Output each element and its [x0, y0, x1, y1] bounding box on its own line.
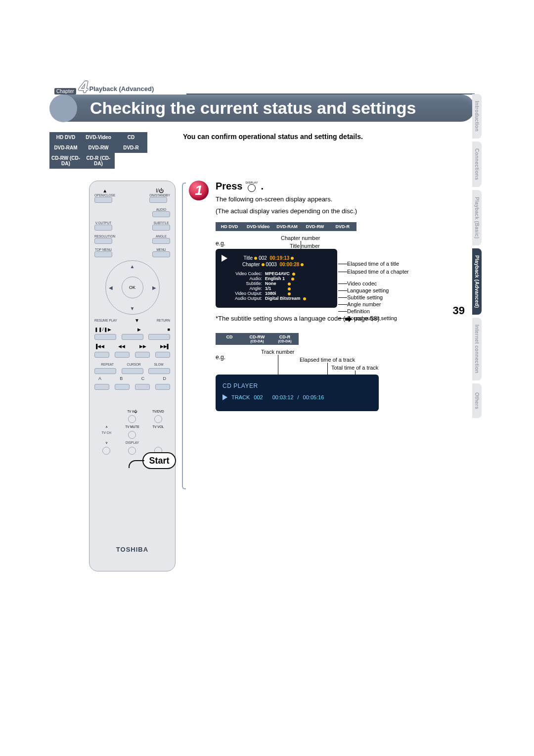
annot-video-codec: Video codec	[347, 281, 377, 286]
osd-chapter-time: 00:00:28	[279, 262, 299, 267]
side-tab-playback-basic[interactable]: Playback (Basic)	[472, 190, 482, 245]
osd-cd-track-word: TRACK	[231, 394, 250, 400]
menu-button	[152, 251, 170, 257]
tvch-down-icon: ∨	[94, 441, 118, 445]
osd-key: Audio Output:	[222, 296, 265, 301]
annot-title-number: Title number	[290, 243, 320, 249]
annot-language: Language setting	[347, 287, 389, 293]
letter-a: A	[98, 376, 101, 381]
footnote-prefix: *The subtitle setting shows a language c…	[216, 315, 345, 322]
chapter-number: 4	[79, 79, 89, 94]
voutput-button	[94, 225, 112, 231]
side-tab-playback-advanced[interactable]: Playback (Advanced)	[472, 248, 482, 315]
fmt-main: CD	[226, 334, 233, 339]
osd-key: Subtitle:	[222, 281, 265, 286]
fmt-cell: DVD-R	[329, 222, 356, 231]
osd-cd-sep: /	[298, 394, 299, 400]
annot-subtitle: Subtitle setting	[347, 294, 383, 300]
side-tab-internet[interactable]: Internet connection	[472, 318, 482, 380]
fmt-cell: DVD-RAM	[273, 222, 301, 231]
play-icon: ▶	[137, 327, 141, 332]
dot-icon	[292, 273, 295, 276]
disc-cell: DVD-Video	[82, 132, 115, 142]
subtitle-button	[152, 225, 170, 231]
disc-cell: HD DVD	[49, 132, 82, 142]
side-tab-connections[interactable]: Connections	[472, 142, 482, 187]
disc-cell: CD-R (CD-DA)	[82, 153, 115, 169]
skip-back-button	[94, 352, 109, 358]
slow-label: SLOW	[154, 363, 163, 366]
display-icon-label: DISPLAY	[246, 181, 258, 184]
tvvol-label: TV VOL	[146, 425, 170, 429]
menu-label: MENU	[152, 248, 170, 251]
annot-track-elapsed: Elapsed time of a track	[300, 357, 355, 363]
tvch-label: TV CH	[94, 431, 118, 439]
pause-button	[94, 334, 116, 340]
play-icon	[222, 394, 227, 400]
tvch-up-icon: ∧	[94, 425, 118, 429]
osd-dvd: Title002 00:19:13 Chapter0003 00:00:28 V…	[216, 249, 337, 308]
fmt-cell: CD	[216, 333, 243, 345]
pause-step-icon: ❚❚/❚▶	[94, 327, 111, 332]
osd-val: None	[265, 281, 276, 286]
start-callout: Start	[142, 452, 176, 469]
osd-chapter-label: Chapter	[242, 262, 260, 267]
slow-button	[148, 368, 170, 374]
skip-back-icon: ▐◀◀	[94, 344, 104, 349]
dot-icon	[301, 263, 304, 266]
dpad: ▲ ▼ ◀ ▶ OK	[105, 260, 160, 315]
header-rule	[186, 94, 475, 94]
dpad-right-icon: ▶	[152, 285, 156, 290]
dot-icon	[288, 287, 291, 290]
disc-cell-empty	[115, 153, 147, 169]
dot-icon	[291, 278, 294, 281]
letter-b: B	[120, 376, 123, 381]
side-tab-others[interactable]: Others	[472, 383, 482, 418]
step-1: 1 Press DISPLAY . The following on-scree…	[189, 181, 466, 411]
instruction-column: 1 Press DISPLAY . The following on-scree…	[189, 181, 466, 411]
dot-icon	[303, 297, 306, 300]
cursor-label: CURSOR	[127, 363, 141, 366]
osd-cd-total: 00:05:16	[303, 394, 324, 400]
osd-cd-elapsed: 00:03:12	[272, 394, 294, 400]
annot-track-total: Total time of a track	[331, 365, 378, 371]
on-standby-label: ON/STANDBY	[149, 193, 170, 197]
tvmute-button	[128, 431, 136, 439]
osd-val: 1080i	[265, 291, 276, 296]
b-button	[115, 384, 130, 390]
osd-title-label: Title	[244, 255, 253, 261]
fmt-sub: (CD-DA)	[274, 339, 295, 343]
dpad-down-icon: ▼	[130, 306, 135, 311]
fmt-cell: HD DVD	[216, 222, 243, 231]
tvmute-label: TV MUTE	[120, 425, 144, 429]
osd-val: MPEG4AVC	[265, 271, 290, 276]
tvpwr-label: TV I/⏻	[120, 410, 144, 413]
annot-sound-output: Sound output setting	[347, 315, 397, 321]
page-title: Checking the current status and settings	[63, 94, 475, 122]
annot-angle: Angle number	[347, 301, 381, 307]
skip-fwd-icon: ▶▶▌	[160, 344, 170, 349]
dot-icon	[262, 263, 265, 266]
title-ornament	[49, 94, 77, 122]
disc-cell: DVD-R	[115, 142, 147, 153]
side-tab-introduction[interactable]: Introduction	[472, 94, 482, 139]
stop-button	[148, 334, 170, 340]
step-desc-2: (The actual display varies depending on …	[216, 207, 466, 216]
dot-icon	[288, 283, 291, 285]
audio-label: AUDIO	[152, 208, 170, 211]
osd-key: Video Output:	[222, 291, 265, 296]
osd-key: Angle:	[222, 286, 265, 291]
manual-page: Chapter 4 Playback (Advanced) Checking t…	[49, 79, 475, 169]
display-button-icon: DISPLAY	[246, 181, 258, 192]
osd-cd: CD PLAYER TRACK 002 00:03:12 / 00:05:16	[216, 375, 379, 411]
disc-cell: DVD-RAM	[49, 142, 82, 153]
osd-title-time: 00:19:13	[269, 255, 289, 261]
return-label: RETURN	[157, 319, 170, 322]
circle-icon	[248, 184, 256, 192]
resolution-button	[94, 238, 112, 244]
c-button	[135, 384, 150, 390]
osd-chapter-num: 0003	[266, 262, 277, 267]
osd-title-num: 002	[259, 255, 267, 261]
osd-key: Video Codec:	[222, 271, 265, 276]
ok-button: OK	[122, 277, 143, 298]
